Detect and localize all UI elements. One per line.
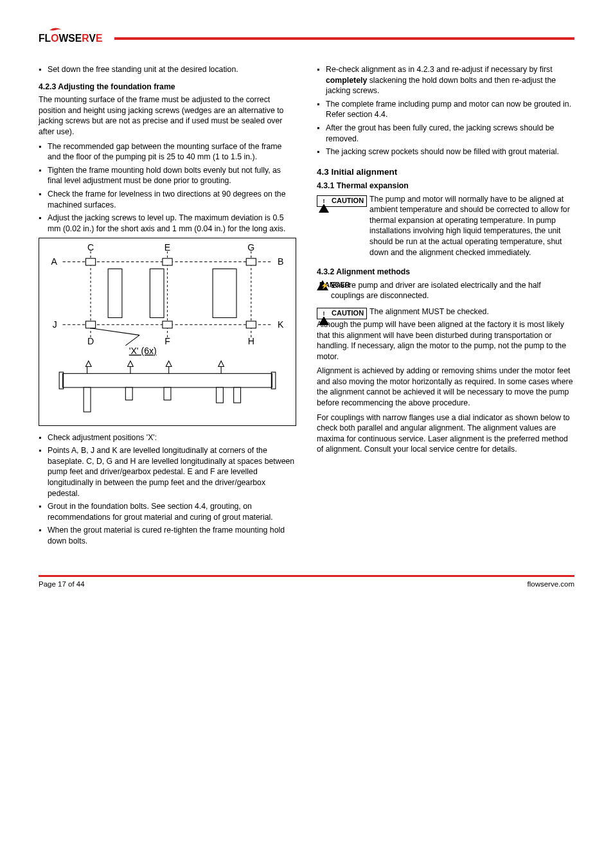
lightning-icon: ⚡	[321, 281, 328, 290]
svg-text:G: G	[247, 243, 254, 253]
warning-triangle-icon: !	[319, 197, 329, 206]
svg-text:K: K	[278, 319, 284, 330]
svg-text:E: E	[164, 243, 170, 253]
right-column: ▪ Re-check alignment as in 4.2.3 and re-…	[317, 64, 574, 549]
svg-rect-14	[213, 269, 236, 318]
body-text: The pump and motor will normally have to…	[369, 194, 574, 258]
body-text: Check the frame for levelness in two dir…	[48, 189, 296, 210]
caution-badge: ! CAUTION	[317, 308, 367, 319]
list-item: ▪Grout in the foundation bolts. See sect…	[39, 501, 296, 522]
list-item: ▪The jacking screw pockets should now be…	[317, 146, 574, 157]
svg-text:J: J	[53, 319, 57, 330]
body-text: Set down the free standing unit at the d…	[48, 64, 296, 75]
foundation-frame-figure: A B C D E F G H J K 'X' (6x)	[39, 238, 296, 425]
svg-rect-33	[234, 387, 241, 403]
flowserve-logo: FLOWSERVE	[39, 26, 109, 51]
left-column: ▪ Set down the free standing unit at the…	[39, 64, 296, 549]
list-item: ▪ Set down the free standing unit at the…	[39, 64, 296, 75]
svg-rect-7	[85, 321, 95, 328]
heading-4-2-3: 4.2.3 Adjusting the foundation frame	[39, 82, 296, 93]
svg-line-15	[125, 335, 139, 346]
danger-badge: ⚡ DANGER	[317, 280, 328, 290]
svg-text:FLOWSERVE: FLOWSERVE	[39, 33, 103, 44]
list-item: ▪Tighten the frame mounting hold down bo…	[39, 165, 296, 186]
list-item: ▪Adjust the jacking screws to level up. …	[39, 213, 296, 234]
body-text: Tighten the frame mounting hold down bol…	[48, 165, 296, 186]
list-item: ▪The complete frame including pump and m…	[317, 99, 574, 120]
body-text: When the grout material is cured re-tigh…	[48, 525, 296, 546]
body-text: The jacking screw pockets should now be …	[326, 146, 574, 157]
body-text: Alignment is achieved by adding or remov…	[317, 366, 574, 408]
body-text: The recommended gap between the mounting…	[48, 141, 296, 163]
list-item: ▪Points A, B, J and K are levelled longi…	[39, 445, 296, 499]
svg-rect-9	[163, 321, 172, 328]
list-item: ▪After the grout has been fully cured, t…	[317, 123, 574, 144]
svg-rect-30	[125, 387, 132, 400]
svg-rect-6	[85, 258, 95, 265]
svg-text:C: C	[87, 243, 94, 253]
list-item: ▪Check the frame for levelness in two di…	[39, 189, 296, 210]
body-text: Although the pump will have been aligned…	[317, 319, 574, 362]
svg-rect-29	[84, 387, 91, 412]
page-footer: Page 17 of 44 flowserve.com	[39, 575, 574, 590]
body-text: Points A, B, J and K are levelled longit…	[48, 445, 296, 499]
page-header: FLOWSERVE	[39, 26, 574, 51]
svg-rect-12	[108, 269, 122, 318]
svg-rect-8	[163, 258, 172, 265]
body-text: Ensure pump and driver are isolated elec…	[331, 280, 574, 301]
svg-text:B: B	[278, 256, 283, 267]
heading-4-3: 4.3 Initial alignment	[317, 166, 574, 178]
svg-rect-28	[63, 374, 272, 388]
svg-rect-32	[217, 387, 224, 403]
caution-label: CAUTION	[332, 310, 364, 317]
heading-4-3-1: 4.3.1 Thermal expansion	[317, 181, 574, 191]
heading-4-3-2: 4.3.2 Alignment methods	[317, 267, 574, 278]
body-text: After the grout has been fully cured, th…	[326, 123, 574, 144]
warning-triangle-icon: !	[319, 309, 329, 318]
body-text: The mounting surface of the frame must b…	[39, 94, 296, 137]
body-text: The alignment MUST be checked.	[369, 306, 574, 317]
svg-rect-13	[150, 269, 164, 318]
footer-url: flowserve.com	[528, 580, 575, 590]
svg-text:H: H	[248, 336, 254, 346]
svg-rect-10	[246, 258, 256, 265]
body-text: Adjust the jacking screws to level up. T…	[48, 213, 296, 234]
body-text: For couplings with narrow flanges use a …	[317, 412, 574, 455]
body-text: Check adjustment positions 'X':	[48, 432, 296, 443]
svg-text:A: A	[51, 256, 57, 267]
svg-line-16	[91, 328, 139, 335]
body-text: Grout in the foundation bolts. See secti…	[48, 501, 296, 522]
list-item: ▪The recommended gap between the mountin…	[39, 141, 296, 163]
caution-badge: ! CAUTION	[317, 195, 367, 207]
svg-rect-11	[246, 321, 256, 328]
list-item: ▪When the grout material is cured re-tig…	[39, 525, 296, 546]
svg-rect-31	[164, 387, 171, 400]
svg-text:'X' (6x): 'X' (6x)	[129, 346, 157, 356]
page-number: Page 17 of 44	[39, 580, 85, 590]
header-rule	[114, 37, 574, 40]
list-item: ▪Check adjustment positions 'X':	[39, 432, 296, 443]
svg-text:F: F	[164, 336, 170, 346]
svg-text:D: D	[87, 336, 94, 346]
list-item: ▪ Re-check alignment as in 4.2.3 and re-…	[317, 64, 574, 96]
body-text: Re-check alignment as in 4.2.3 and re-ad…	[326, 64, 574, 96]
caution-label: CAUTION	[332, 197, 364, 204]
body-text: The complete frame including pump and mo…	[326, 99, 574, 120]
